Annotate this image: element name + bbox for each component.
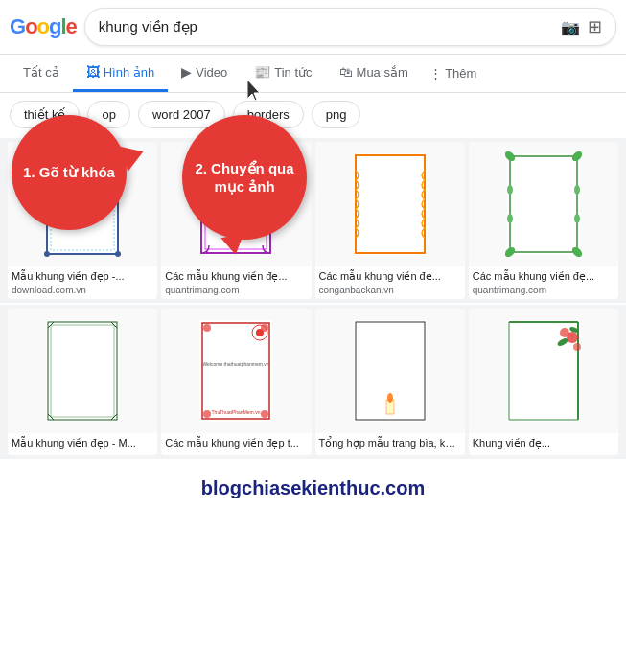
image-source-2: quantrimang.com	[161, 285, 311, 299]
image-thumb-5	[8, 309, 157, 433]
image-thumb-3	[315, 142, 465, 266]
tab-images[interactable]: 🖼 Hình ảnh	[73, 55, 169, 92]
image-grid-row2: Mẫu khung viền đẹp - M... Welcome thathu…	[0, 305, 626, 459]
svg-rect-22	[46, 320, 119, 422]
news-icon: 📰	[254, 64, 270, 80]
header: Google 📷 ⊞	[0, 0, 626, 55]
svg-point-35	[261, 410, 268, 418]
image-caption-6: Các mẫu khung viền đẹp t...	[161, 433, 311, 452]
image-card-8[interactable]: Khung viền đẹ...	[469, 309, 618, 455]
tab-shopping-label: Mua sắm	[357, 65, 408, 80]
video-icon: ▶	[181, 64, 192, 80]
image-card-5[interactable]: Mẫu khung viền đẹp - M...	[8, 309, 157, 455]
annotation-1: 1. Gõ từ khóa	[12, 115, 127, 230]
svg-text:ThuThuatPhanMem.vn: ThuThuatPhanMem.vn	[212, 409, 261, 415]
grid-icon[interactable]: ⊞	[588, 16, 602, 37]
svg-point-19	[507, 214, 513, 223]
image-source-4: quantrimang.com	[469, 285, 618, 299]
svg-rect-10	[354, 153, 427, 255]
image-caption-4: Các mẫu khung viền đẹ...	[469, 266, 618, 285]
nav-tabs: Tất cả 🖼 Hình ảnh ▶ Video 📰 Tin tức 🛍 Mu…	[0, 55, 626, 93]
svg-point-5	[44, 251, 50, 257]
tab-images-label: Hình ảnh	[104, 65, 155, 80]
svg-point-21	[574, 214, 580, 223]
annotation-2: 2. Chuyển qua mục ảnh	[182, 115, 307, 240]
image-caption-1: Mẫu khung viền đẹp -...	[8, 266, 157, 285]
search-input[interactable]	[99, 19, 561, 35]
image-card-4[interactable]: Các mẫu khung viền đẹ... quantrimang.com	[469, 142, 618, 299]
tab-more[interactable]: ⋮ Thêm	[422, 57, 485, 90]
search-bar[interactable]: 📷 ⊞	[84, 8, 616, 46]
tab-all[interactable]: Tất cả	[10, 56, 73, 92]
image-caption-5: Mẫu khung viền đẹp - M...	[8, 433, 157, 452]
watermark: blogchiasekienthuc.com	[201, 477, 425, 499]
image-card-6[interactable]: Welcome thathuatphanmem.vn ThuThuatPhanM…	[161, 309, 311, 455]
svg-point-6	[115, 251, 121, 257]
image-source-7	[315, 452, 465, 455]
image-source-5	[8, 452, 157, 455]
image-thumb-8	[469, 309, 618, 433]
svg-point-50	[573, 343, 581, 351]
svg-point-49	[560, 328, 569, 337]
image-source-3: conganbackan.vn	[315, 285, 465, 299]
image-thumb-7	[315, 309, 465, 433]
svg-rect-12	[507, 153, 580, 255]
image-source-1: download.com.vn	[8, 285, 157, 299]
tab-shopping[interactable]: 🛍 Mua sắm	[326, 55, 422, 92]
tab-video[interactable]: ▶ Video	[168, 55, 241, 92]
svg-text:Welcome thathuatphanmem.vn: Welcome thathuatphanmem.vn	[203, 361, 269, 367]
image-card-3[interactable]: Các mẫu khung viền đẹ... conganbackan.vn	[315, 142, 465, 299]
image-source-8	[469, 452, 618, 455]
tab-news-label: Tin tức	[274, 65, 312, 80]
svg-point-20	[574, 185, 580, 195]
image-caption-8: Khung viền đẹ...	[469, 433, 618, 452]
svg-point-18	[507, 185, 513, 195]
image-thumb-6: Welcome thathuatphanmem.vn ThuThuatPhanM…	[161, 309, 311, 433]
tab-all-label: Tất cả	[23, 65, 59, 80]
svg-point-32	[203, 324, 211, 332]
google-logo: Google	[10, 14, 77, 39]
svg-point-34	[203, 410, 211, 418]
image-thumb-4	[469, 142, 618, 266]
svg-point-37	[256, 329, 264, 336]
camera-search-icon[interactable]: 📷	[561, 18, 580, 36]
filter-png[interactable]: png	[312, 101, 361, 128]
images-icon: 🖼	[86, 64, 100, 80]
tab-news[interactable]: 📰 Tin tức	[241, 55, 325, 92]
svg-point-42	[387, 393, 393, 403]
image-caption-3: Các mẫu khung viền đẹ...	[315, 266, 465, 285]
tab-video-label: Video	[196, 65, 227, 80]
image-caption-2: Các mẫu khung viền đẹ...	[161, 266, 311, 285]
image-card-7[interactable]: Tổng hợp mẫu trang bìa, khung...	[315, 309, 465, 455]
image-source-6	[161, 452, 311, 455]
image-caption-7: Tổng hợp mẫu trang bìa, khung...	[315, 433, 465, 452]
shopping-icon: 🛍	[339, 64, 353, 80]
